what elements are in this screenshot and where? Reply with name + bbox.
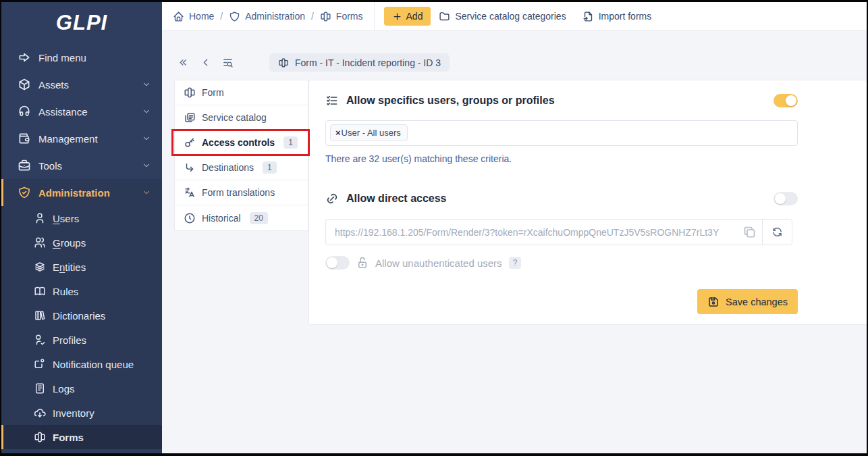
breadcrumb-separator: / — [220, 11, 223, 22]
sidebar-item-label: Inventory — [53, 407, 94, 419]
forms-icon — [184, 86, 196, 99]
save-button-label: Save changes — [726, 297, 788, 307]
direct-access-url-field[interactable]: https://192.168.1.205/Form/Render/3?toke… — [326, 220, 762, 245]
file-import-icon — [582, 11, 594, 22]
form-title-pill: Form - IT - Incident reporting - ID 3 — [269, 53, 450, 72]
user-check-icon — [34, 334, 46, 346]
tab-label: Destinations — [202, 162, 254, 173]
sidebar-item-label: Assistance — [38, 106, 134, 118]
breadcrumb-forms[interactable]: Forms — [320, 11, 363, 22]
forms-icon — [320, 11, 331, 22]
app-window: GLPI Find menu Assets Assistance Managem… — [0, 0, 868, 456]
sidebar-item-rules[interactable]: Rules — [1, 279, 162, 303]
add-button-label: Add — [406, 11, 423, 22]
chevron-down-icon — [142, 80, 151, 89]
list-search-icon — [222, 57, 234, 68]
tab-form-translations[interactable]: Form translations — [175, 180, 308, 205]
help-icon[interactable]: ? — [509, 257, 522, 269]
form-title-text: Form - IT - Incident reporting - ID 3 — [295, 57, 441, 68]
tab-label: Historical — [202, 213, 241, 224]
collapse-tabs-button[interactable] — [174, 54, 192, 72]
sidebar-item-notification-queue[interactable]: Notification queue — [1, 352, 162, 376]
refresh-icon — [771, 226, 783, 238]
sidebar-item-forms[interactable]: Forms — [1, 425, 162, 449]
allowed-users-select[interactable]: × User - All users — [325, 120, 798, 146]
sidebar-item-management[interactable]: Management — [1, 125, 162, 152]
direct-access-url-group: https://192.168.1.205/Form/Render/3?toke… — [325, 219, 792, 245]
tab-label: Access controls — [202, 137, 275, 148]
copy-url-button[interactable] — [742, 225, 757, 239]
shield-check-icon — [18, 186, 31, 199]
sidebar-item-logs[interactable]: Logs — [1, 376, 162, 401]
glpi-logo[interactable]: GLPI — [1, 2, 162, 44]
tab-historical[interactable]: Historical 20 — [175, 205, 308, 230]
tab-label: Service catalog — [202, 112, 267, 123]
plus-icon — [392, 11, 402, 22]
history-icon — [184, 212, 196, 224]
form-tabs: Form Service catalog Access controls 1 D… — [174, 80, 308, 231]
forms-icon — [34, 431, 46, 443]
shield-icon — [229, 11, 240, 22]
sidebar-item-label: Entities — [53, 261, 86, 273]
sidebar-item-label: Tools — [38, 160, 134, 172]
breadcrumb-label: Home — [189, 11, 214, 22]
language-icon — [184, 186, 196, 199]
administration-group: Administration Users Groups Entities Rul… — [1, 179, 162, 449]
chevron-down-icon — [142, 134, 151, 143]
users-icon — [34, 236, 46, 249]
save-changes-button[interactable]: Save changes — [697, 289, 798, 314]
sidebar-item-find-menu[interactable]: Find menu — [1, 44, 162, 71]
sidebar-item-label: Users — [53, 213, 79, 224]
tab-destinations[interactable]: Destinations 1 — [175, 155, 308, 180]
wallet-icon — [18, 132, 31, 145]
add-button[interactable]: Add — [384, 7, 431, 26]
sidebar-item-assets[interactable]: Assets — [1, 71, 162, 98]
service-catalog-categories-button[interactable]: Service catalog categories — [431, 11, 574, 22]
tab-count-badge: 20 — [250, 212, 268, 224]
tab-access-controls[interactable]: Access controls 1 — [175, 130, 308, 155]
sidebar-item-inventory[interactable]: Inventory — [1, 401, 162, 425]
allow-direct-access-toggle[interactable] — [774, 192, 798, 205]
chevron-down-icon — [142, 107, 151, 116]
regenerate-token-button[interactable] — [762, 220, 792, 245]
notification-icon — [34, 358, 46, 370]
chevron-down-icon — [142, 188, 151, 197]
tab-count-badge: 1 — [263, 161, 277, 174]
list-search-button[interactable] — [219, 54, 236, 72]
sidebar-item-entities[interactable]: Entities — [1, 255, 162, 279]
sidebar-item-assistance[interactable]: Assistance — [1, 98, 162, 125]
section-title: Allow specifics users, groups or profile… — [346, 95, 766, 107]
allowed-users-section-header: Allow specifics users, groups or profile… — [325, 91, 798, 111]
tab-service-catalog[interactable]: Service catalog — [175, 105, 308, 130]
sidebar-item-users[interactable]: Users — [1, 206, 162, 230]
sidebar-item-label: Profiles — [53, 334, 86, 346]
allow-unauthenticated-toggle[interactable] — [325, 256, 350, 270]
breadcrumb-separator: / — [311, 11, 314, 22]
chevrons-left-icon — [178, 57, 189, 68]
remove-tag-button[interactable]: × — [335, 128, 341, 138]
allow-specific-users-toggle[interactable] — [774, 94, 798, 107]
button-label: Import forms — [599, 11, 652, 22]
breadcrumb-home[interactable]: Home — [173, 11, 214, 22]
sidebar-item-groups[interactable]: Groups — [1, 230, 162, 255]
sidebar-item-label: Groups — [53, 237, 86, 249]
tab-form[interactable]: Form — [175, 80, 308, 105]
notes-icon — [34, 382, 46, 395]
direct-access-section-header: Allow direct access — [325, 188, 798, 209]
breadcrumb-administration[interactable]: Administration — [229, 11, 305, 22]
save-row: Save changes — [325, 289, 798, 314]
form-toolbar: Form - IT - Incident reporting - ID 3 — [174, 53, 450, 72]
tab-count-badge: 1 — [283, 136, 298, 149]
selected-user-tag: × User - All users — [330, 124, 408, 141]
import-forms-button[interactable]: Import forms — [574, 11, 660, 22]
direct-access-url: https://192.168.1.205/Form/Render/3?toke… — [335, 227, 740, 238]
sidebar-item-label: Logs — [53, 383, 75, 395]
chevron-down-icon — [142, 161, 151, 170]
sidebar-item-administration[interactable]: Administration — [1, 179, 162, 206]
copy-icon — [742, 225, 757, 239]
sidebar-item-profiles[interactable]: Profiles — [1, 328, 162, 352]
sidebar-item-dictionaries[interactable]: Dictionaries — [1, 303, 162, 328]
previous-item-button[interactable] — [196, 54, 214, 72]
sidebar-item-tools[interactable]: Tools — [1, 152, 162, 179]
ramp-right-icon — [184, 161, 196, 174]
